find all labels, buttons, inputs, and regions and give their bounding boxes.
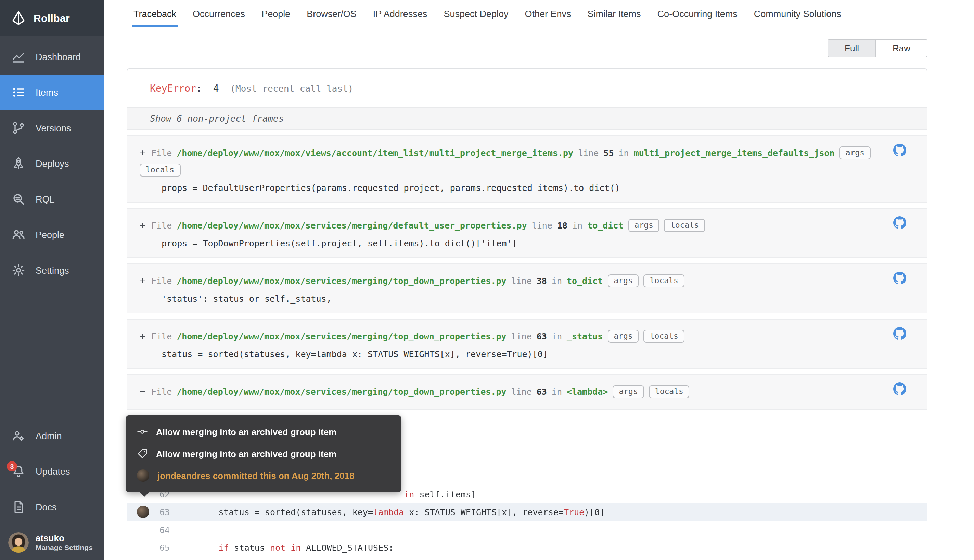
icon-wrap: 3 [12, 465, 25, 478]
frame-args-button[interactable]: args [607, 330, 639, 343]
manage-settings-link[interactable]: Manage Settings [36, 543, 93, 552]
sidebar-item-label: Settings [36, 265, 69, 275]
in-label: in [552, 387, 562, 397]
rollbar-logo-icon [10, 10, 27, 26]
commit-message: Allow merging into an archived group ite… [156, 427, 337, 437]
user-avatar [8, 532, 29, 553]
frame-locals-button[interactable]: locals [664, 219, 705, 232]
github-icon[interactable] [893, 144, 906, 157]
main-content: TracebackOccurrencesPeopleBrowser/OSIP A… [104, 0, 974, 560]
frame-locals-button[interactable]: locals [644, 330, 684, 343]
github-icon[interactable] [893, 382, 906, 395]
sidebar-item-updates[interactable]: 3Updates [0, 453, 104, 489]
expand-frame-toggle[interactable]: + [140, 272, 147, 289]
user-menu[interactable]: atsuko Manage Settings [0, 525, 104, 560]
view-toggle: FullRaw [827, 39, 927, 57]
line-label: line [578, 148, 599, 158]
tab-suspect-deploy[interactable]: Suspect Deploy [442, 9, 510, 27]
frame-locals-button[interactable]: locals [644, 274, 684, 287]
line-number: 65 [160, 542, 177, 552]
file-label: File [151, 220, 172, 230]
attribution-text: jondeandres committed this on Aug 20th, … [157, 470, 355, 481]
view-toggle-full[interactable]: Full [828, 40, 876, 57]
code-line: 66 raise Exception("Merging into a '%s' … [127, 556, 927, 560]
sidebar-item-dashboard[interactable]: Dashboard [0, 39, 104, 75]
file-label: File [151, 331, 172, 342]
settings-icon [12, 263, 25, 277]
versions-icon [12, 121, 25, 135]
github-icon[interactable] [893, 327, 906, 340]
tab-community-solutions[interactable]: Community Solutions [752, 9, 842, 27]
frame-header: +File/home/deploy/www/mox/mox/views/acco… [140, 144, 889, 178]
tab-occurrences[interactable]: Occurrences [191, 9, 247, 27]
sidebar-item-rql[interactable]: RQL [0, 181, 104, 217]
frame-locals-button[interactable]: locals [140, 163, 180, 177]
frame-args-button[interactable]: args [607, 274, 639, 287]
admin-icon [12, 429, 25, 443]
frame-code-line: props = DefaultUserProperties(params.req… [140, 183, 889, 193]
user-name: atsuko [36, 533, 93, 543]
sidebar-item-label: Items [36, 87, 58, 97]
expand-frame-toggle[interactable]: + [140, 328, 147, 345]
in-label: in [552, 331, 562, 342]
expand-frame-toggle[interactable]: + [140, 144, 147, 162]
tag-icon [137, 448, 148, 459]
user-text: atsuko Manage Settings [36, 533, 93, 552]
deploys-icon [12, 157, 25, 170]
frame-locals-button[interactable]: locals [649, 385, 690, 398]
tab-browser-os[interactable]: Browser/OS [305, 9, 358, 27]
code-text: status = sorted(statuses, key=lambda x: … [177, 507, 605, 517]
frame-function-name: <lambda> [567, 387, 608, 397]
traceback-card: KeyError: 4 (Most recent call last) Show… [127, 68, 927, 560]
collapse-frame-toggle[interactable]: − [140, 383, 147, 400]
expand-frame-toggle[interactable]: + [140, 217, 147, 234]
sidebar-item-settings[interactable]: Settings [0, 252, 104, 288]
frame-function-name: to_dict [587, 220, 623, 230]
blame-avatar[interactable] [137, 506, 149, 518]
frame-header: −File/home/deploy/www/mox/mox/services/m… [140, 383, 889, 400]
tab-other-envs[interactable]: Other Envs [524, 9, 572, 27]
sidebar-item-label: Updates [36, 466, 70, 477]
frame-args-button[interactable]: args [628, 219, 659, 232]
sidebar-item-docs[interactable]: Docs [0, 489, 104, 525]
frames-list: +File/home/deploy/www/mox/mox/views/acco… [127, 135, 927, 410]
file-label: File [151, 387, 172, 397]
commit-icon [137, 426, 148, 437]
error-value: 4 [213, 83, 219, 94]
github-icon[interactable] [893, 216, 906, 229]
frame-args-button[interactable]: args [613, 385, 644, 398]
sidebar-item-admin[interactable]: Admin [0, 418, 104, 453]
tab-traceback[interactable]: Traceback [132, 9, 178, 27]
view-toggle-raw[interactable]: Raw [876, 40, 927, 57]
frame-args-button[interactable]: args [839, 147, 871, 159]
tab-co-occurring-items[interactable]: Co-Occurring Items [656, 9, 739, 27]
blame-tooltip-row: Allow merging into an archived group ite… [126, 443, 401, 465]
app: Rollbar DashboardItemsVersionsDeploysRQL… [0, 0, 974, 560]
tab-similar-items[interactable]: Similar Items [586, 9, 642, 27]
code-text: if status not in ALLOWED_STATUSES: [177, 542, 394, 552]
sidebar-item-deploys[interactable]: Deploys [0, 146, 104, 181]
updates-count-badge: 3 [7, 461, 17, 472]
blame-attribution[interactable]: jondeandres committed this on Aug 20th, … [126, 465, 401, 487]
sidebar-item-versions[interactable]: Versions [0, 110, 104, 146]
non-project-frames-toggle[interactable]: Show 6 non-project frames [127, 107, 927, 130]
sidebar-item-label: Versions [36, 123, 71, 133]
sidebar-item-label: Dashboard [36, 52, 81, 62]
frame-code-line: props = TopDownProperties(self.project, … [140, 238, 889, 248]
committer-avatar [137, 469, 149, 482]
error-separator: : [196, 83, 202, 94]
sidebar-item-items[interactable]: Items [0, 75, 104, 110]
error-note: (Most recent call last) [230, 83, 353, 94]
sidebar-item-label: People [36, 230, 64, 240]
in-label: in [552, 276, 562, 286]
github-icon[interactable] [893, 272, 906, 285]
tab-ip-addresses[interactable]: IP Addresses [372, 9, 429, 27]
sidebar-nav: DashboardItemsVersionsDeploysRQLPeopleSe… [0, 36, 104, 288]
sidebar-item-label: Docs [36, 502, 57, 512]
tab-people[interactable]: People [260, 9, 292, 27]
dashboard-icon [12, 50, 25, 63]
blame-tooltip-row: Allow merging into an archived group ite… [126, 421, 401, 443]
rollbar-logo[interactable]: Rollbar [0, 0, 104, 36]
sidebar-item-people[interactable]: People [0, 217, 104, 252]
line-label: line [532, 220, 552, 230]
